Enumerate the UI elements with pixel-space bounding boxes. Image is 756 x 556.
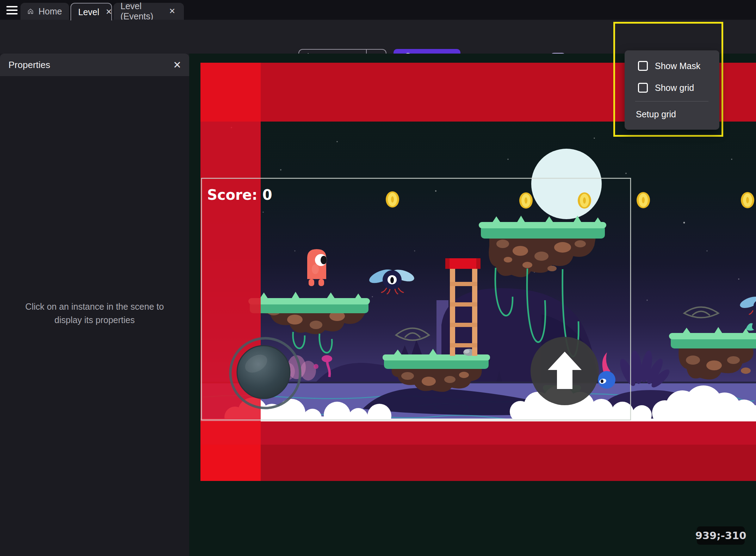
show-grid-label: Show grid [655,83,694,93]
tab-level-events-label: Level (Events) [120,1,163,21]
tab-level-label: Level [78,7,99,17]
jump-button[interactable] [531,337,599,405]
show-mask-checkbox[interactable] [638,61,648,71]
score-label: Score: 0 [207,187,272,203]
virtual-joystick[interactable] [230,338,300,408]
moon [531,149,602,219]
properties-panel-header: Properties ✕ [0,54,189,76]
toolbar: Preview Publish [0,20,756,54]
show-grid-option[interactable]: Show grid [625,80,719,95]
properties-panel: Properties ✕ Click on an instance in the… [0,54,189,556]
grid-options-menu: Show Mask Show grid Setup grid [625,50,719,130]
cursor-coordinates-badge: 939;-310 [697,526,745,545]
show-grid-checkbox[interactable] [638,83,648,93]
properties-empty-message: Click on an instance in the scene to dis… [0,300,189,327]
tab-level-events-close-icon[interactable]: ✕ [168,7,177,16]
tab-bar: Home Level ✕ Level (Events) ✕ [0,0,756,20]
menu-divider [635,101,708,101]
setup-grid-option[interactable]: Setup grid [625,105,719,123]
gdevelop-editor: Home Level ✕ Level (Events) ✕ Preview [0,0,756,556]
tab-home[interactable]: Home [20,3,69,20]
home-icon [27,7,33,16]
hamburger-icon [6,6,18,7]
show-mask-label: Show Mask [655,61,700,71]
show-mask-option[interactable]: Show Mask [625,58,719,74]
tab-level-events[interactable]: Level (Events) ✕ [113,3,184,20]
main-menu-button[interactable] [4,4,20,17]
ladder-red-cap [445,258,481,269]
properties-panel-title: Properties [0,60,50,70]
tab-level-active[interactable]: Level ✕ [70,3,112,20]
tab-level-close-icon[interactable]: ✕ [104,7,113,17]
tab-home-label: Home [38,6,62,17]
properties-panel-close-button[interactable]: ✕ [171,58,184,71]
